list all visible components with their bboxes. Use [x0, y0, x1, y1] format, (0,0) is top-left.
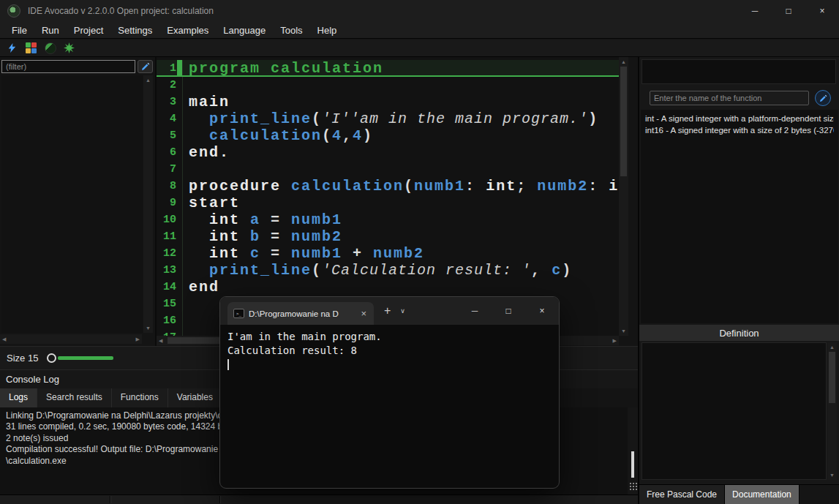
- chevron-down-icon[interactable]: ∨: [400, 307, 405, 315]
- blocks-icon[interactable]: [25, 42, 37, 54]
- code-line-12[interactable]: 12 int c = numb1 + numb2: [157, 245, 619, 262]
- menu-item-settings[interactable]: Settings: [110, 23, 159, 37]
- menu-item-run[interactable]: Run: [34, 23, 67, 37]
- scroll-left-icon[interactable]: ◀: [159, 338, 162, 343]
- code-line-8[interactable]: 8procedure calculation(numb1: int; numb2…: [157, 178, 619, 195]
- line-number: 1: [157, 60, 183, 75]
- menu-item-examples[interactable]: Examples: [159, 23, 216, 37]
- line-number: 11: [157, 228, 183, 245]
- function-search-input[interactable]: [650, 91, 809, 105]
- new-tab-button[interactable]: +: [384, 304, 391, 317]
- terminal-maximize-button[interactable]: □: [492, 297, 525, 325]
- menu-item-help[interactable]: Help: [310, 23, 345, 37]
- menu-item-language[interactable]: Language: [216, 23, 273, 37]
- window-title: IDE Avocado v 2.2.0.0 Open project: calc…: [28, 6, 214, 16]
- line-number: 10: [157, 211, 183, 228]
- editor-vertical-scrollbar[interactable]: ▲ ▼: [619, 57, 628, 336]
- code-line-2[interactable]: 2: [157, 77, 619, 94]
- terminal-minimize-button[interactable]: ─: [458, 297, 492, 325]
- terminal-body[interactable]: I'am in the main program.Calculation res…: [220, 325, 559, 377]
- code-line-4[interactable]: 4 print_line('I''am in the main program.…: [157, 110, 619, 127]
- console-tab-search-results[interactable]: Search results: [37, 388, 112, 407]
- function-list-box: [642, 59, 836, 84]
- font-size-slider[interactable]: [47, 353, 120, 363]
- filter-input[interactable]: [1, 60, 135, 73]
- code-line-11[interactable]: 11 int b = numb2: [157, 228, 619, 245]
- console-tab-variables[interactable]: Variables: [168, 388, 222, 407]
- resize-grip[interactable]: [629, 482, 637, 490]
- line-number: 15: [157, 296, 183, 312]
- run-icon[interactable]: [6, 42, 18, 54]
- code-text: [183, 77, 189, 94]
- line-number: 9: [157, 195, 183, 211]
- right-panel: int - A signed integer with a platform-d…: [639, 57, 839, 504]
- terminal-tab-close-icon[interactable]: ×: [359, 308, 368, 319]
- right-tab-bar: Free Pascal CodeDocumentation: [639, 484, 839, 504]
- console-tab-logs[interactable]: Logs: [0, 388, 37, 407]
- scroll-up-icon[interactable]: ▲: [829, 345, 835, 350]
- code-text: print_line('I''am in the main program.'): [183, 110, 598, 127]
- code-line-5[interactable]: 5 calculation(4,4): [157, 127, 619, 144]
- function-result-item[interactable]: int16 - A signed integer with a size of …: [645, 124, 834, 136]
- terminal-tab[interactable]: >_ D:\Programowanie na D ×: [227, 302, 374, 325]
- code-line-3[interactable]: 3main: [157, 94, 619, 110]
- scroll-down-icon[interactable]: ▼: [146, 326, 151, 331]
- console-log-title: Console Log: [6, 374, 59, 385]
- code-line-10[interactable]: 10 int a = numb1: [157, 211, 619, 228]
- function-result-item[interactable]: int - A signed integer with a platform-d…: [645, 113, 834, 124]
- terminal-window[interactable]: >_ D:\Programowanie na D × + ∨ ─ □ × I'a…: [219, 296, 560, 489]
- file-list-vertical-scrollbar[interactable]: ▲ ▼: [143, 75, 153, 333]
- line-number: 14: [157, 279, 183, 296]
- scroll-up-icon[interactable]: ▲: [146, 78, 151, 83]
- code-line-9[interactable]: 9start: [157, 195, 619, 211]
- scrollbar-thumb[interactable]: [631, 451, 634, 478]
- scroll-down-icon[interactable]: ▼: [621, 328, 626, 334]
- line-number: 16: [157, 312, 183, 329]
- code-line-13[interactable]: 13 print_line('Calculation result: ', c): [157, 262, 619, 279]
- definition-vertical-scrollbar[interactable]: ▲ ▼: [827, 342, 837, 480]
- menu-item-tools[interactable]: Tools: [273, 23, 309, 37]
- line-number: 7: [157, 161, 183, 178]
- tab-free-pascal-code[interactable]: Free Pascal Code: [639, 485, 725, 504]
- tab-documentation[interactable]: Documentation: [725, 485, 800, 504]
- minimize-button[interactable]: ─: [738, 0, 772, 22]
- menu-item-file[interactable]: File: [4, 23, 34, 37]
- code-text: [183, 312, 189, 329]
- file-list-horizontal-scrollbar[interactable]: ◀ ▶: [0, 334, 142, 344]
- title-bar: IDE Avocado v 2.2.0.0 Open project: calc…: [0, 0, 839, 22]
- clear-filter-button[interactable]: [138, 60, 153, 73]
- line-number: 6: [157, 144, 183, 161]
- scrollbar-thumb[interactable]: [829, 352, 835, 403]
- terminal-window-controls: ─ □ ×: [458, 297, 559, 325]
- code-area: 1program calculation23main4 print_line('…: [157, 60, 619, 336]
- scrollbar-thumb[interactable]: [620, 67, 627, 176]
- menu-item-project[interactable]: Project: [67, 23, 110, 37]
- code-line-1[interactable]: 1program calculation: [157, 60, 619, 77]
- debug-icon[interactable]: [63, 42, 75, 54]
- file-list[interactable]: [1, 75, 143, 333]
- terminal-icon: >_: [233, 309, 244, 318]
- code-editor[interactable]: 1program calculation23main4 print_line('…: [157, 57, 619, 336]
- window-controls: ─ □ ×: [738, 0, 839, 22]
- scroll-down-icon[interactable]: ▼: [829, 473, 835, 478]
- font-size-label: Size 15: [7, 353, 38, 364]
- code-line-14[interactable]: 14end: [157, 279, 619, 296]
- console-tab-functions[interactable]: Functions: [112, 388, 168, 407]
- slider-thumb[interactable]: [47, 353, 56, 363]
- code-text: [183, 329, 189, 336]
- scroll-up-icon[interactable]: ▲: [621, 59, 626, 64]
- scroll-right-icon[interactable]: ▶: [613, 338, 617, 343]
- scroll-right-icon[interactable]: ▶: [136, 336, 140, 342]
- code-text: int c = numb1 + numb2: [183, 245, 424, 262]
- close-button[interactable]: ×: [805, 0, 839, 22]
- terminal-close-button[interactable]: ×: [525, 297, 559, 325]
- function-search-button[interactable]: [815, 90, 831, 106]
- maximize-button[interactable]: □: [772, 0, 805, 22]
- code-text: program calculation: [183, 60, 383, 75]
- globe-icon[interactable]: [44, 42, 56, 54]
- scroll-left-icon[interactable]: ◀: [2, 336, 6, 342]
- code-line-6[interactable]: 6end.: [157, 144, 619, 161]
- terminal-line: Calculation result: 8: [227, 344, 552, 358]
- code-line-7[interactable]: 7: [157, 161, 619, 178]
- code-text: end: [183, 279, 219, 296]
